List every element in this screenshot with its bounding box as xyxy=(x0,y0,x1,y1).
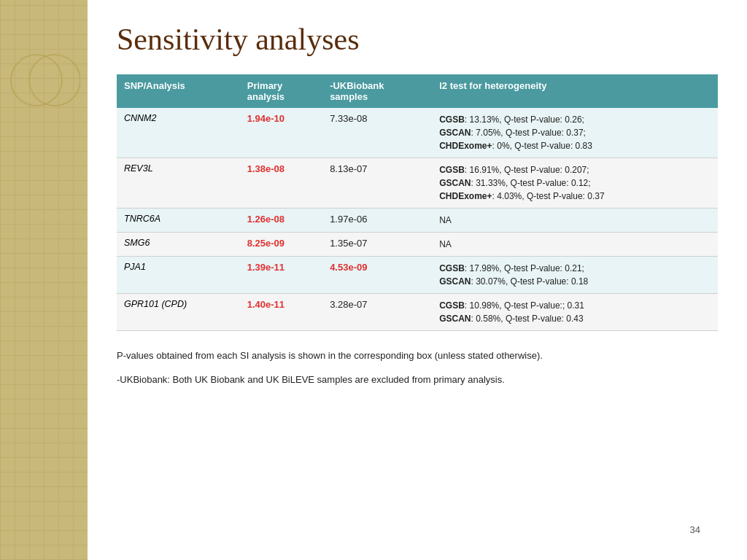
col-header-ukbiobank: -UKBiobanksamples xyxy=(322,74,432,108)
snp-name: SMG6 xyxy=(117,233,240,257)
footnotes: P-values obtained from each SI analysis … xyxy=(117,349,718,388)
col-header-snp: SNP/Analysis xyxy=(117,74,240,108)
snp-name: REV3L xyxy=(117,158,240,209)
table-header-row: SNP/Analysis Primaryanalysis -UKBiobanks… xyxy=(117,74,718,108)
sensitivity-table: SNP/Analysis Primaryanalysis -UKBiobanks… xyxy=(117,74,718,331)
primary-value: 1.26e-08 xyxy=(240,209,322,233)
table-row: CNNM21.94e-107.33e-08CGSB: 13.13%, Q-tes… xyxy=(117,108,718,158)
secondary-value: 1.35e-07 xyxy=(322,233,432,257)
primary-value: 1.39e-11 xyxy=(240,257,322,294)
heterogeneity-value: CGSB: 17.98%, Q-test P-value: 0.21;GSCAN… xyxy=(432,257,718,294)
footnote-line2: -UKBiobank: Both UK Biobank and UK BiLEV… xyxy=(117,373,718,388)
left-sidebar xyxy=(0,0,88,560)
footnote-line1: P-values obtained from each SI analysis … xyxy=(117,349,718,364)
table-row: PJA11.39e-114.53e-09CGSB: 17.98%, Q-test… xyxy=(117,257,718,294)
primary-value: 8.25e-09 xyxy=(240,233,322,257)
heterogeneity-value: NA xyxy=(432,233,718,257)
table-row: GPR101 (CPD)1.40e-113.28e-07CGSB: 10.98%… xyxy=(117,294,718,331)
heterogeneity-value: CGSB: 13.13%, Q-test P-value: 0.26;GSCAN… xyxy=(432,108,718,158)
primary-value: 1.40e-11 xyxy=(240,294,322,331)
col-header-primary: Primaryanalysis xyxy=(240,74,322,108)
snp-name: TNRC6A xyxy=(117,209,240,233)
heterogeneity-value: CGSB: 16.91%, Q-test P-value: 0.207;GSCA… xyxy=(432,158,718,209)
heterogeneity-value: NA xyxy=(432,209,718,233)
heterogeneity-value: CGSB: 10.98%, Q-test P-value:; 0.31GSCAN… xyxy=(432,294,718,331)
secondary-value: 4.53e-09 xyxy=(322,257,432,294)
sidebar-decoration xyxy=(7,44,80,117)
page-title: Sensitivity analyses xyxy=(117,22,718,57)
primary-value: 1.38e-08 xyxy=(240,158,322,209)
snp-name: CNNM2 xyxy=(117,108,240,158)
snp-name: GPR101 (CPD) xyxy=(117,294,240,331)
table-body: CNNM21.94e-107.33e-08CGSB: 13.13%, Q-tes… xyxy=(117,108,718,331)
col-header-heterogeneity: I2 test for heterogeneity xyxy=(432,74,718,108)
secondary-value: 8.13e-07 xyxy=(322,158,432,209)
table-row: REV3L1.38e-088.13e-07CGSB: 16.91%, Q-tes… xyxy=(117,158,718,209)
secondary-value: 1.97e-06 xyxy=(322,209,432,233)
table-row: SMG68.25e-091.35e-07NA xyxy=(117,233,718,257)
page-number: 34 xyxy=(690,524,700,535)
table-row: TNRC6A1.26e-081.97e-06NA xyxy=(117,209,718,233)
secondary-value: 7.33e-08 xyxy=(322,108,432,158)
primary-value: 1.94e-10 xyxy=(240,108,322,158)
secondary-value: 3.28e-07 xyxy=(322,294,432,331)
snp-name: PJA1 xyxy=(117,257,240,294)
main-content: Sensitivity analyses SNP/Analysis Primar… xyxy=(88,0,747,560)
content-wrapper: SNP/Analysis Primaryanalysis -UKBiobanks… xyxy=(117,74,718,545)
